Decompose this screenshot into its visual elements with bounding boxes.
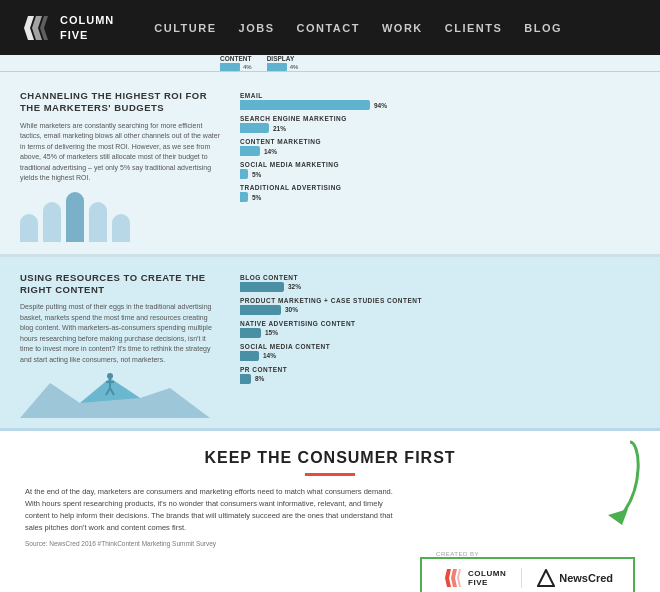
resources-desc: Despite putting most of their eggs in th… bbox=[20, 302, 220, 365]
column-five-logo: COLUMN FIVE bbox=[442, 567, 506, 589]
svg-marker-13 bbox=[457, 569, 461, 587]
bar-email: EMAIL 94% bbox=[240, 92, 640, 110]
resources-bars: BLOG CONTENT 32% PRODUCT MARKETING + CAS… bbox=[240, 272, 640, 419]
bar-cm-fill bbox=[240, 146, 260, 156]
nav-clients[interactable]: CLIENTS bbox=[445, 22, 503, 34]
bar-blog: BLOG CONTENT 32% bbox=[240, 274, 640, 292]
bar-cm-row: 14% bbox=[240, 146, 640, 156]
logo-area[interactable]: COLUMN FIVE bbox=[20, 12, 114, 44]
svg-marker-14 bbox=[538, 570, 554, 586]
roi-title: CHANNELING THE HIGHEST ROI FOR THE MARKE… bbox=[20, 90, 220, 115]
nav-jobs[interactable]: JOBS bbox=[239, 22, 275, 34]
bar-smm-pct: 5% bbox=[252, 171, 261, 178]
bottom-footer: CREATED BY COLUMN FIVE bbox=[25, 557, 635, 592]
figure-5 bbox=[112, 214, 130, 242]
nav-contact[interactable]: CONTACT bbox=[296, 22, 359, 34]
bar-product-row: 30% bbox=[240, 305, 640, 315]
bar-smm-row: 5% bbox=[240, 169, 640, 179]
bar-pr-fill bbox=[240, 374, 251, 384]
page-wrapper: COLUMN FIVE CULTURE JOBS CONTACT WORK CL… bbox=[0, 0, 660, 592]
content-bar bbox=[220, 63, 240, 71]
svg-marker-12 bbox=[451, 569, 457, 587]
newscred-logo: NewsCred bbox=[537, 569, 613, 587]
column-five-logo-icon bbox=[20, 12, 52, 44]
nav-blog[interactable]: BLOG bbox=[524, 22, 562, 34]
bar-ta-fill bbox=[240, 192, 248, 202]
figure-4 bbox=[89, 202, 107, 242]
newscred-label: NewsCred bbox=[559, 572, 613, 584]
column-five-text: COLUMN FIVE bbox=[468, 569, 506, 588]
header: COLUMN FIVE CULTURE JOBS CONTACT WORK CL… bbox=[0, 0, 660, 55]
bottom-title: KEEP THE CONSUMER FIRST bbox=[25, 449, 635, 467]
bar-native-fill bbox=[240, 328, 261, 338]
bar-pr: PR CONTENT 8% bbox=[240, 366, 640, 384]
bar-cm: CONTENT MARKETING 14% bbox=[240, 138, 640, 156]
resources-left: USING RESOURCES TO CREATE THE RIGHT CONT… bbox=[20, 272, 220, 419]
logo-text: COLUMN FIVE bbox=[60, 13, 114, 42]
roi-desc: While marketers are constantly searching… bbox=[20, 121, 220, 184]
bar-sem: SEARCH ENGINE MARKETING 21% bbox=[240, 115, 640, 133]
bar-pr-pct: 8% bbox=[255, 375, 264, 382]
svg-marker-3 bbox=[40, 16, 48, 40]
bar-social-fill bbox=[240, 351, 259, 361]
resources-section: USING RESOURCES TO CREATE THE RIGHT CONT… bbox=[0, 257, 660, 432]
nav-work[interactable]: WORK bbox=[382, 22, 423, 34]
figure-3 bbox=[66, 192, 84, 242]
bar-social-row: 14% bbox=[240, 351, 640, 361]
bottom-divider bbox=[305, 473, 355, 476]
roi-section: CHANNELING THE HIGHEST ROI FOR THE MARKE… bbox=[0, 72, 660, 257]
roi-bars: EMAIL 94% SEARCH ENGINE MARKETING 21% bbox=[240, 90, 640, 242]
powered-by-label: CREATED BY bbox=[432, 551, 483, 557]
top-partial-section: CONTENT 4% DISPLAY 4% bbox=[0, 55, 660, 72]
bar-product-fill bbox=[240, 305, 281, 315]
display-label: DISPLAY bbox=[267, 55, 299, 62]
bar-smm-label: SOCIAL MEDIA MARKETING bbox=[240, 161, 640, 168]
bar-blog-fill bbox=[240, 282, 284, 292]
bar-sem-label: SEARCH ENGINE MARKETING bbox=[240, 115, 640, 122]
bottom-text: At the end of the day, marketers are con… bbox=[25, 486, 405, 534]
bar-product: PRODUCT MARKETING + CASE STUDIES CONTENT… bbox=[240, 297, 640, 315]
bar-email-row: 94% bbox=[240, 100, 640, 110]
bar-native-row: 15% bbox=[240, 328, 640, 338]
svg-point-6 bbox=[107, 373, 113, 379]
bar-email-pct: 94% bbox=[374, 102, 387, 109]
resources-title: USING RESOURCES TO CREATE THE RIGHT CONT… bbox=[20, 272, 220, 297]
bar-ta-label: TRADITIONAL ADVERTISING bbox=[240, 184, 640, 191]
bar-blog-pct: 32% bbox=[288, 283, 301, 290]
figure-2 bbox=[43, 202, 61, 242]
bar-ta-row: 5% bbox=[240, 192, 640, 202]
bar-pr-label: PR CONTENT bbox=[240, 366, 640, 373]
bar-cm-label: CONTENT MARKETING bbox=[240, 138, 640, 145]
bar-blog-label: BLOG CONTENT bbox=[240, 274, 640, 281]
roi-illustration bbox=[20, 192, 220, 242]
svg-marker-11 bbox=[445, 569, 451, 587]
logos-box: CREATED BY COLUMN FIVE bbox=[420, 557, 635, 592]
bar-smm: SOCIAL MEDIA MARKETING 5% bbox=[240, 161, 640, 179]
column-five-small-icon bbox=[442, 567, 464, 589]
bar-sem-row: 21% bbox=[240, 123, 640, 133]
display-bar bbox=[267, 63, 287, 71]
bar-blog-row: 32% bbox=[240, 282, 640, 292]
bar-sem-pct: 21% bbox=[273, 125, 286, 132]
bar-product-label: PRODUCT MARKETING + CASE STUDIES CONTENT bbox=[240, 297, 640, 304]
bar-sem-fill bbox=[240, 123, 269, 133]
bar-social-pct: 14% bbox=[263, 352, 276, 359]
bar-native-pct: 15% bbox=[265, 329, 278, 336]
main-content: CONTENT 4% DISPLAY 4% CHANNELIN bbox=[0, 55, 660, 592]
roi-left: CHANNELING THE HIGHEST ROI FOR THE MARKE… bbox=[20, 90, 220, 242]
bar-ta: TRADITIONAL ADVERTISING 5% bbox=[240, 184, 640, 202]
display-pct: 4% bbox=[290, 64, 299, 70]
newscred-icon bbox=[537, 569, 555, 587]
bar-product-pct: 30% bbox=[285, 306, 298, 313]
bar-ta-pct: 5% bbox=[252, 194, 261, 201]
resources-illustration bbox=[20, 373, 220, 418]
content-label: CONTENT bbox=[220, 55, 252, 62]
logos-divider bbox=[521, 568, 522, 588]
bar-cm-pct: 14% bbox=[264, 148, 277, 155]
main-nav: CULTURE JOBS CONTACT WORK CLIENTS BLOG bbox=[154, 22, 562, 34]
bottom-section: KEEP THE CONSUMER FIRST At the end of th… bbox=[0, 431, 660, 592]
nav-culture[interactable]: CULTURE bbox=[154, 22, 216, 34]
bar-native: NATIVE ADVERTISING CONTENT 15% bbox=[240, 320, 640, 338]
bottom-source: Source: NewsCred 2016 #ThinkContent Mark… bbox=[25, 540, 635, 547]
bar-social-label: SOCIAL MEDIA CONTENT bbox=[240, 343, 640, 350]
